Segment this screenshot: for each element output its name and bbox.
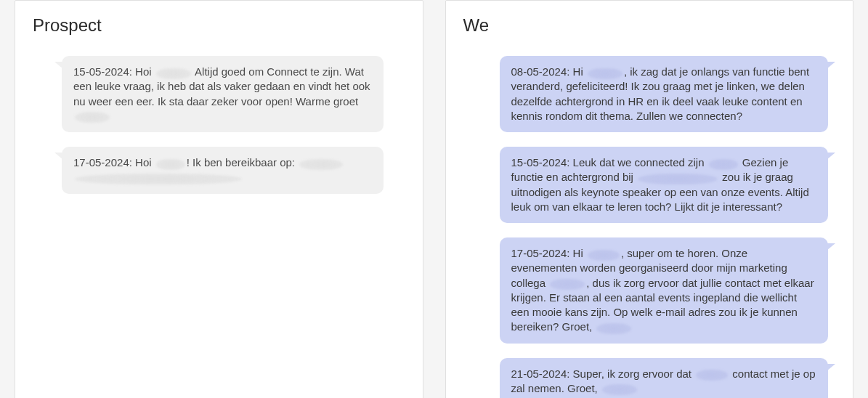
redacted-segment	[596, 323, 631, 334]
prospect-message-list: 15-05-2024: Hoi Altijd goed om Connect t…	[33, 56, 405, 194]
message-text: 15-05-2024: Hoi	[73, 65, 155, 78]
prospect-panel: Prospect 15-05-2024: Hoi Altijd goed om …	[15, 0, 423, 398]
chat-message: 15-05-2024: Leuk dat we connected zijn G…	[463, 147, 836, 223]
redacted-segment	[156, 159, 185, 170]
chat-bubble: 17-05-2024: Hoi ! Ik ben bereikbaar op:	[62, 147, 384, 194]
chat-message: 17-05-2024: Hi , super om te horen. Onze…	[463, 237, 836, 344]
message-text: 08-05-2024: Hi	[511, 65, 586, 78]
chat-message: 21-05-2024: Super, ik zorg ervoor dat co…	[463, 358, 836, 399]
chat-message: 17-05-2024: Hoi ! Ik ben bereikbaar op:	[33, 147, 405, 194]
redacted-segment	[709, 159, 738, 170]
message-text: 21-05-2024: Super, ik zorg ervoor dat	[511, 367, 695, 380]
prospect-title: Prospect	[33, 15, 405, 36]
message-text: ! Ik ben bereikbaar op:	[187, 156, 298, 168]
redacted-segment	[550, 279, 585, 290]
we-panel: We 08-05-2024: Hi , ik zag dat je onlang…	[445, 0, 854, 398]
redacted-segment	[638, 174, 718, 184]
we-message-list: 08-05-2024: Hi , ik zag dat je onlangs v…	[463, 56, 836, 398]
chat-bubble: 15-05-2024: Hoi Altijd goed om Connect t…	[62, 56, 384, 132]
redacted-segment	[156, 68, 191, 79]
chat-message: 15-05-2024: Hoi Altijd goed om Connect t…	[33, 56, 405, 132]
chat-bubble: 17-05-2024: Hi , super om te horen. Onze…	[500, 237, 829, 344]
redacted-segment	[588, 68, 622, 79]
message-text: 17-05-2024: Hoi	[73, 156, 155, 168]
chat-bubble: 15-05-2024: Leuk dat we connected zijn G…	[500, 147, 829, 223]
redacted-segment	[75, 112, 110, 123]
chat-bubble: 08-05-2024: Hi , ik zag dat je onlangs v…	[500, 56, 829, 132]
we-title: We	[463, 15, 836, 36]
redacted-segment	[299, 159, 343, 170]
chat-bubble: 21-05-2024: Super, ik zorg ervoor dat co…	[500, 358, 829, 399]
message-text: 17-05-2024: Hi	[511, 247, 586, 259]
redacted-segment	[696, 370, 728, 381]
redacted-segment	[588, 250, 620, 261]
message-text: 15-05-2024: Leuk dat we connected zijn	[511, 156, 707, 168]
redacted-segment	[75, 174, 242, 184]
chat-message: 08-05-2024: Hi , ik zag dat je onlangs v…	[463, 56, 836, 132]
redacted-segment	[602, 384, 637, 395]
